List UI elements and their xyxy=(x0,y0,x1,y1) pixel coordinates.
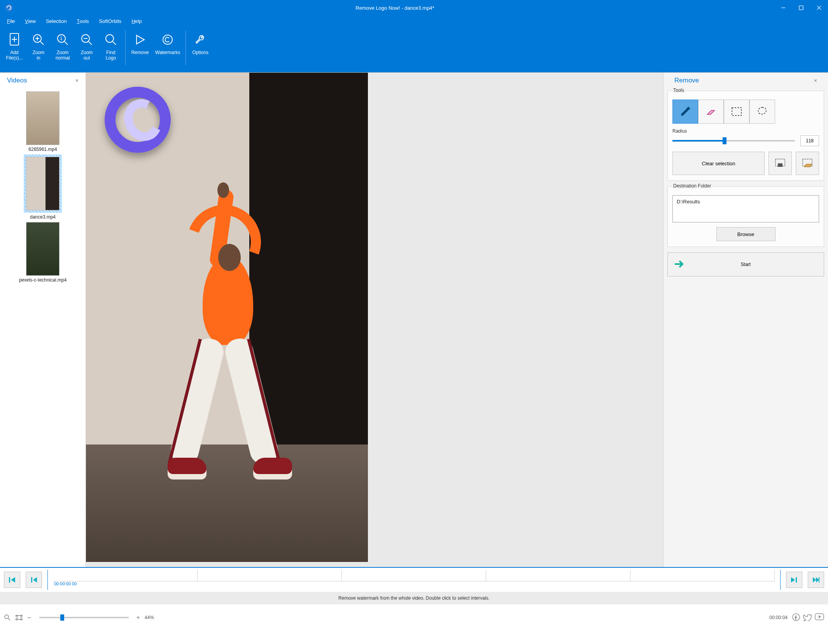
skip-forward-button[interactable] xyxy=(808,572,824,588)
window-title: Remove Logo Now! - dance3.mp4* xyxy=(16,5,774,11)
svg-line-32 xyxy=(8,618,10,620)
svg-line-13 xyxy=(65,42,68,45)
minimize-button[interactable] xyxy=(774,0,792,16)
maximize-button[interactable] xyxy=(792,0,810,16)
step-forward-button[interactable] xyxy=(786,572,802,588)
menu-view[interactable]: View xyxy=(25,18,36,24)
destination-legend: Destination Folder xyxy=(672,183,712,189)
timeline: 00:00:00 00 Remove watermark from the wh… xyxy=(0,567,828,610)
video-thumbnail xyxy=(26,157,60,210)
options-button[interactable]: Options xyxy=(188,29,212,70)
find-logo-icon xyxy=(105,30,117,50)
title-bar: Remove Logo Now! - dance3.mp4* xyxy=(0,0,828,16)
freehand-select-tool[interactable] xyxy=(749,100,775,124)
zoom-normal-button[interactable]: 1 Zoom normal xyxy=(51,29,75,70)
remove-panel: Remove × Tools Radius 118 C xyxy=(663,73,828,567)
step-back-button[interactable] xyxy=(26,572,42,588)
timeline-track[interactable]: 00:00:00 00 xyxy=(53,570,775,590)
zoom-out-status[interactable]: − xyxy=(27,614,32,622)
youtube-icon[interactable] xyxy=(815,613,824,622)
remove-button[interactable]: Remove xyxy=(128,29,152,70)
zoom-slider[interactable] xyxy=(39,617,129,618)
canvas-area xyxy=(86,73,663,567)
video-content xyxy=(156,189,296,508)
rectangle-select-tool[interactable] xyxy=(724,100,749,124)
tools-group: Tools Radius 118 Clear selection xyxy=(667,91,824,181)
add-file-icon xyxy=(9,30,20,50)
menu-softorbits[interactable]: SoftOrbits xyxy=(99,18,122,24)
video-item[interactable]: pexels-c-technical.mp4 xyxy=(6,222,80,283)
fullscreen-icon[interactable] xyxy=(16,615,23,620)
svg-line-19 xyxy=(113,42,116,45)
video-thumbnail xyxy=(26,91,60,145)
svg-rect-25 xyxy=(778,163,782,167)
menu-tools[interactable]: Tools xyxy=(77,18,89,24)
toolbar: Add File(s)... Zoom in 1 Zoom normal Zoo… xyxy=(0,26,828,72)
video-preview[interactable] xyxy=(86,73,368,562)
svg-rect-29 xyxy=(796,577,797,583)
timeline-separator xyxy=(780,570,781,590)
play-icon xyxy=(134,30,146,50)
clear-selection-button[interactable]: Clear selection xyxy=(672,152,765,175)
close-button[interactable] xyxy=(810,0,828,16)
menu-help[interactable]: Help xyxy=(131,18,142,24)
app-icon xyxy=(2,1,16,14)
svg-point-21 xyxy=(163,35,172,44)
svg-rect-2 xyxy=(799,6,803,10)
menu-bar: File View Selection Tools SoftOrbits Hel… xyxy=(0,16,828,26)
videos-panel: Videos × 6265961.mp4 dance3.mp4 pexels-c… xyxy=(0,73,86,567)
twitter-icon[interactable] xyxy=(803,613,812,622)
videos-panel-title: Videos xyxy=(7,77,75,84)
videos-panel-close[interactable]: × xyxy=(75,77,79,84)
copyright-icon xyxy=(162,30,173,50)
workspace: Videos × 6265961.mp4 dance3.mp4 pexels-c… xyxy=(0,72,828,567)
marker-tool[interactable] xyxy=(672,100,698,124)
fit-window-icon[interactable] xyxy=(4,614,11,621)
save-mask-button[interactable] xyxy=(768,152,792,175)
find-logo-button[interactable]: Find Logo xyxy=(99,29,123,70)
timeline-separator xyxy=(47,570,48,590)
remove-panel-close[interactable]: × xyxy=(814,77,817,84)
radius-label: Radius xyxy=(672,128,687,134)
video-item-selected[interactable]: dance3.mp4 xyxy=(6,154,80,220)
zoom-in-status[interactable]: + xyxy=(137,614,140,621)
menu-file[interactable]: File xyxy=(7,18,15,24)
zoom-in-button[interactable]: Zoom in xyxy=(26,29,51,70)
video-item[interactable]: 6265961.mp4 xyxy=(6,91,80,152)
load-mask-button[interactable] xyxy=(796,152,819,175)
destination-path[interactable]: D:\Results xyxy=(672,195,819,222)
svg-rect-33 xyxy=(17,616,21,620)
svg-point-31 xyxy=(5,615,9,619)
svg-rect-28 xyxy=(31,577,32,583)
svg-rect-27 xyxy=(9,577,10,583)
menu-selection[interactable]: Selection xyxy=(46,18,67,24)
destination-group: Destination Folder D:\Results Browse xyxy=(667,186,824,247)
radius-value[interactable]: 118 xyxy=(800,135,819,146)
zoom-in-icon xyxy=(32,30,45,50)
timeline-current-time: 00:00:00 00 xyxy=(53,581,775,586)
svg-line-16 xyxy=(89,42,92,45)
eraser-tool[interactable] xyxy=(698,100,724,124)
start-arrow-icon xyxy=(674,260,685,270)
video-name: pexels-c-technical.mp4 xyxy=(19,277,67,283)
start-button[interactable]: Start xyxy=(667,252,824,276)
timeline-hint: Remove watermark from the whole video. D… xyxy=(0,592,828,604)
status-bar: − + 44% 00:00:04 xyxy=(0,610,828,625)
svg-point-0 xyxy=(5,4,13,12)
video-name: 6265961.mp4 xyxy=(28,147,57,152)
watermarks-button[interactable]: Watermarks xyxy=(152,29,183,70)
tools-legend: Tools xyxy=(672,88,686,93)
watermark-overlay xyxy=(105,87,171,153)
remove-panel-title: Remove xyxy=(674,77,814,84)
radius-slider[interactable] xyxy=(672,140,795,142)
zoom-normal-icon: 1 xyxy=(56,30,69,50)
video-duration: 00:00:04 xyxy=(769,615,788,620)
facebook-icon[interactable] xyxy=(792,613,800,622)
browse-button[interactable]: Browse xyxy=(716,227,775,241)
svg-point-18 xyxy=(106,35,114,42)
zoom-percent: 44% xyxy=(145,615,154,620)
skip-back-button[interactable] xyxy=(4,572,20,588)
video-thumbnail xyxy=(26,222,60,276)
add-files-button[interactable]: Add File(s)... xyxy=(2,29,26,70)
zoom-out-button[interactable]: Zoom out xyxy=(75,29,99,70)
